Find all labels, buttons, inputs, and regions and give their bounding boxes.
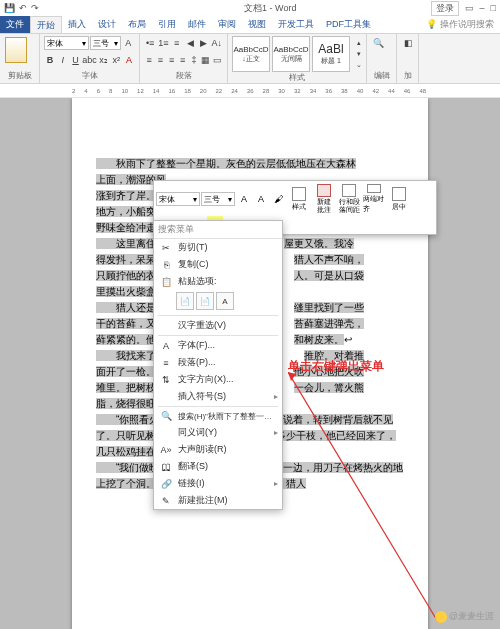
styles-more-icon[interactable]: ⌄	[352, 60, 366, 70]
mini-center[interactable]: 居中	[387, 183, 411, 215]
ctx-newcomment[interactable]: ✎新建批注(M)	[154, 492, 282, 509]
line-spacing-button[interactable]: ‡	[189, 53, 199, 67]
translate-icon: 🕮	[160, 461, 172, 473]
comment-icon	[317, 184, 331, 197]
numbering-button[interactable]: 1≡	[157, 36, 169, 50]
tab-references[interactable]: 引用	[152, 16, 182, 33]
tab-pdf[interactable]: PDF工具集	[320, 16, 377, 33]
tab-layout[interactable]: 布局	[122, 16, 152, 33]
clipboard-group: 剪贴板	[0, 34, 40, 83]
ctx-textdir[interactable]: ⇅文字方向(X)...	[154, 371, 282, 388]
mini-grow-font[interactable]: A	[236, 191, 252, 207]
styles-up-icon[interactable]: ▴	[352, 38, 366, 48]
textdir-icon: ⇅	[160, 374, 172, 386]
tab-file[interactable]: 文件	[0, 16, 30, 33]
ctx-readaloud[interactable]: A»大声朗读(R)	[154, 441, 282, 458]
indent-dec-button[interactable]: ◀	[184, 36, 196, 50]
find-button[interactable]: 🔍	[371, 36, 385, 50]
align-center-button[interactable]: ≡	[155, 53, 165, 67]
mini-size-combo[interactable]: 三号▾	[201, 192, 235, 206]
style-nospace[interactable]: AaBbCcD无间隔	[272, 36, 310, 72]
ribbon-opts-icon[interactable]: ▭	[465, 3, 474, 13]
ribbon-tabs: 文件 开始 插入 设计 布局 引用 邮件 审阅 视图 开发工具 PDF工具集 💡…	[0, 16, 500, 34]
maximize-icon[interactable]: □	[491, 3, 496, 13]
mini-font-combo[interactable]: 宋体▾	[156, 192, 200, 206]
bullets-button[interactable]: •≡	[144, 36, 156, 50]
redo-icon[interactable]: ↷	[31, 3, 39, 13]
styles-icon	[292, 187, 306, 201]
tab-mailings[interactable]: 邮件	[182, 16, 212, 33]
ctx-cut[interactable]: ✂剪切(T)	[154, 239, 282, 256]
bold-button[interactable]: B	[44, 53, 56, 67]
grow-font-icon[interactable]: A	[122, 36, 135, 50]
tab-devtools[interactable]: 开发工具	[272, 16, 320, 33]
underline-button[interactable]: U	[70, 53, 82, 67]
align-left-button[interactable]: ≡	[144, 53, 154, 67]
tab-insert[interactable]: 插入	[62, 16, 92, 33]
clipboard-label: 剪贴板	[4, 70, 35, 81]
login-button[interactable]: 登录	[431, 1, 459, 16]
font-color-button[interactable]: A	[123, 53, 135, 67]
save-icon[interactable]: 💾	[4, 3, 15, 13]
addin-icon[interactable]: ◧	[401, 36, 415, 50]
paste-button[interactable]	[5, 37, 27, 63]
ctx-copy[interactable]: ⎘复制(C)	[154, 256, 282, 273]
ctx-para[interactable]: ≡段落(P)...	[154, 354, 282, 371]
mini-format-painter-icon[interactable]: 🖌	[270, 191, 286, 207]
paste-text-only[interactable]: A	[216, 292, 234, 310]
align-justify-button[interactable]: ≡	[178, 53, 188, 67]
ctx-translate[interactable]: 🕮翻译(S)	[154, 458, 282, 475]
ctx-synonym[interactable]: 同义词(Y)▸	[154, 424, 282, 441]
mini-newcomment[interactable]: 新建 批注	[312, 183, 336, 215]
font-label: 字体	[44, 70, 135, 81]
paste-icon: 📋	[160, 276, 172, 288]
tab-view[interactable]: 视图	[242, 16, 272, 33]
italic-button[interactable]: I	[57, 53, 69, 67]
sup-button[interactable]: x²	[110, 53, 122, 67]
context-menu: 搜索菜单 ✂剪切(T) ⎘复制(C) 📋粘贴选项: 📄 📄 A 汉字重选(V) …	[153, 220, 283, 510]
tab-design[interactable]: 设计	[92, 16, 122, 33]
mini-justify[interactable]: 两端对齐	[362, 183, 386, 215]
paste-merge[interactable]: 📄	[196, 292, 214, 310]
paste-keep-source[interactable]: 📄	[176, 292, 194, 310]
mini-shrink-font[interactable]: A	[253, 191, 269, 207]
tab-home[interactable]: 开始	[30, 16, 62, 33]
ctx-hanzi[interactable]: 汉字重选(V)	[154, 317, 282, 334]
paragraph-group: •≡ 1≡ ≡ ◀ ▶ A↓ ≡ ≡ ≡ ≡ ‡ ▦ ▭ 段落	[140, 34, 228, 83]
scissors-icon: ✂	[160, 242, 172, 254]
addin-group: ◧ 加	[397, 34, 419, 83]
ctx-paste-options-label: 📋粘贴选项:	[154, 273, 282, 290]
styles-down-icon[interactable]: ▾	[352, 49, 366, 59]
align-right-button[interactable]: ≡	[166, 53, 176, 67]
borders-button[interactable]: ▭	[212, 53, 223, 67]
undo-icon[interactable]: ↶	[19, 3, 27, 13]
edit-label: 编辑	[371, 70, 392, 81]
minimize-icon[interactable]: –	[480, 3, 485, 13]
ctx-font[interactable]: A字体(F)...	[154, 337, 282, 354]
multilevel-button[interactable]: ≡	[171, 36, 183, 50]
ctx-smart-lookup[interactable]: 🔍搜索(H)"秋雨下了整整一个星..."	[154, 408, 282, 424]
ctx-symbol[interactable]: 插入符号(S)▸	[154, 388, 282, 405]
style-h1[interactable]: AaBl标题 1	[312, 36, 350, 72]
shading-button[interactable]: ▦	[200, 53, 211, 67]
watermark: @麦麦生涯	[435, 610, 494, 623]
ruler[interactable]: 2468101214161820222426283032343638404244…	[0, 84, 500, 98]
ctx-search-box[interactable]: 搜索菜单	[154, 221, 282, 239]
strike-button[interactable]: abc	[82, 53, 96, 67]
tell-me[interactable]: 操作说明搜索	[440, 19, 494, 29]
indent-inc-button[interactable]: ▶	[197, 36, 209, 50]
font-name-combo[interactable]: 宋体▾	[44, 36, 89, 50]
tab-review[interactable]: 审阅	[212, 16, 242, 33]
mini-linespacing[interactable]: 行和段 落间距	[337, 183, 361, 215]
sort-button[interactable]: A↓	[210, 36, 223, 50]
ctx-link[interactable]: 🔗链接(I)▸	[154, 475, 282, 492]
weibo-icon	[435, 611, 447, 623]
styles-group: AaBbCcD↓正文 AaBbCcD无间隔 AaBl标题 1 ▴ ▾ ⌄ 样式	[228, 34, 367, 83]
style-normal[interactable]: AaBbCcD↓正文	[232, 36, 270, 72]
sub-button[interactable]: x₂	[97, 53, 109, 67]
mini-styles[interactable]: 样式	[287, 183, 311, 215]
font-size-combo[interactable]: 三号▾	[90, 36, 120, 50]
justify-icon	[367, 184, 381, 193]
page-area: 秋雨下了整整一个星期。灰色的云层低低地压在大森林 上面，潮湿的风 涨到齐了岸。我…	[0, 98, 500, 629]
titlebar: 💾 ↶ ↷ 文档1 - Word 登录 ▭ – □	[0, 0, 500, 16]
